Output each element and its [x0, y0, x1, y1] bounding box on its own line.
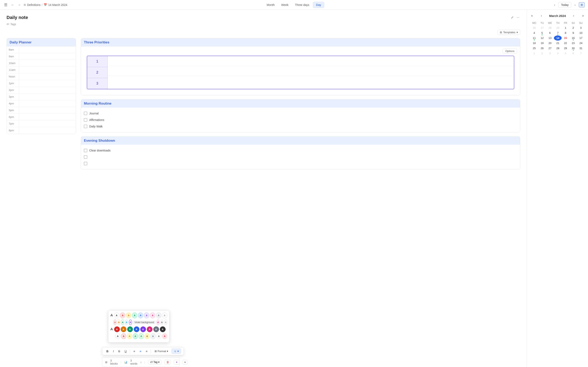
tab-three-days[interactable]: Three days [292, 2, 312, 8]
time-content[interactable] [19, 114, 76, 120]
bg-blue[interactable]: A [125, 319, 128, 325]
cal-day-cell[interactable]: 2 [570, 25, 577, 30]
cal-day-cell[interactable]: 24 [577, 41, 585, 46]
alt-light[interactable]: A [156, 333, 162, 339]
status-chevron-button[interactable]: ▾ [182, 360, 188, 365]
solid-red[interactable]: A [114, 326, 120, 332]
delete-button[interactable]: 🗑 [164, 360, 171, 365]
bold-button[interactable]: B [105, 349, 110, 354]
time-content[interactable] [19, 107, 76, 114]
cal-day-cell[interactable]: 3 [577, 25, 585, 30]
cal-day-cell[interactable]: 4 [530, 30, 538, 35]
cal-day-cell[interactable]: 19 [538, 41, 546, 46]
solid-gray[interactable]: A [153, 326, 159, 332]
time-content[interactable] [19, 73, 76, 80]
priority-input-3[interactable] [108, 76, 514, 86]
nav-next-button[interactable]: › [573, 2, 577, 7]
tab-month[interactable]: Month [264, 2, 277, 8]
solid-black[interactable]: A [160, 326, 165, 332]
cal-day-cell[interactable]: 11 [530, 35, 538, 41]
cal-day-cell[interactable]: 5 [538, 30, 546, 35]
more-options-button[interactable]: ··· [516, 15, 520, 20]
alt-gray[interactable]: A [150, 333, 156, 339]
cal-day-cell[interactable]: 23 [570, 41, 577, 46]
alt-green[interactable]: A [133, 333, 138, 339]
cal-day-cell[interactable]: 17 [577, 35, 585, 41]
cal-day-cell[interactable]: 18 [530, 41, 538, 46]
bg-gray[interactable]: A [160, 319, 163, 325]
forward-button[interactable]: → [16, 2, 22, 8]
bg-orange[interactable]: A [117, 319, 121, 325]
options-button[interactable]: Options [503, 49, 517, 54]
priority-input-1[interactable] [108, 56, 514, 66]
nav-prev-button[interactable]: ‹ [553, 2, 557, 7]
cal-day-cell[interactable]: 6 [546, 30, 554, 35]
cal-day-cell[interactable]: 7 [577, 51, 585, 56]
solid-orange[interactable]: A [121, 326, 126, 332]
cal-day-cell[interactable]: 1 [530, 51, 538, 56]
time-content[interactable] [19, 60, 76, 67]
color-none[interactable]: A [162, 313, 167, 318]
cal-day-cell[interactable]: 7 [554, 30, 562, 35]
cal-day-cell[interactable]: 26 [530, 25, 538, 30]
color-orange-light[interactable]: A [126, 313, 131, 318]
solid-green[interactable]: A [127, 326, 133, 332]
cal-day-cell[interactable]: 27 [546, 46, 554, 51]
cal-day-cell[interactable]: 2 [538, 51, 546, 56]
clear-downloads-checkbox[interactable] [84, 149, 87, 152]
menu-button[interactable]: ☰ [3, 2, 8, 8]
color-purple-light[interactable]: A [144, 313, 149, 318]
color-gray-light[interactable]: A [156, 313, 161, 318]
bg-green[interactable]: A [121, 319, 124, 325]
cal-day-cell[interactable]: 13 [546, 35, 554, 41]
layout-button[interactable]: ⊞ [579, 2, 585, 7]
italic-button[interactable]: I [111, 349, 115, 354]
alt-rose[interactable]: A [162, 333, 167, 339]
color-red-light[interactable]: A [120, 313, 125, 318]
color-default[interactable]: A [114, 313, 119, 318]
sparkle-button[interactable]: ✦ [174, 360, 180, 365]
time-content[interactable] [19, 47, 76, 53]
cal-day-cell[interactable]: 21 [554, 41, 562, 46]
evening-item3-checkbox[interactable] [84, 162, 87, 165]
time-content[interactable] [19, 127, 76, 134]
cal-day-cell[interactable]: 15 [562, 35, 570, 41]
tab-week[interactable]: Week [278, 2, 291, 8]
expand-button[interactable]: ⤢ [510, 15, 514, 20]
evening-item2-checkbox[interactable] [84, 155, 87, 159]
cal-day-cell[interactable]: 26 [538, 46, 546, 51]
mini-cal-next-next[interactable]: » [581, 13, 585, 18]
mini-cal-prev-prev[interactable]: « [530, 13, 534, 18]
templates-button[interactable]: ⊞ Templates ▾ [498, 30, 520, 35]
tags-row[interactable]: 🏷 Tags [7, 23, 520, 26]
time-content[interactable] [19, 94, 76, 100]
cal-day-cell[interactable]: 12 [538, 35, 546, 41]
time-content[interactable] [19, 67, 76, 73]
mini-cal-next[interactable]: › [572, 13, 575, 18]
tab-day[interactable]: Day [313, 2, 324, 8]
cal-day-cell[interactable]: 25 [530, 46, 538, 51]
cal-day-cell[interactable]: 8 [562, 30, 570, 35]
time-content[interactable] [19, 120, 76, 127]
cal-day-cell[interactable]: 4 [554, 51, 562, 56]
cal-day-cell[interactable]: 10 [577, 30, 585, 35]
today-button[interactable]: Today [558, 2, 571, 8]
cal-day-cell[interactable]: 14 [554, 35, 562, 41]
tag-button[interactable]: 🏷 Tag ▾ [148, 360, 162, 364]
daily-walk-checkbox[interactable] [84, 125, 87, 128]
color-green-light[interactable]: A [132, 313, 137, 318]
alt-red[interactable]: A [121, 333, 126, 339]
cal-day-cell[interactable]: 29 [554, 25, 562, 30]
align-center-button[interactable]: ≡ [138, 349, 143, 354]
alt-white[interactable]: A [115, 333, 120, 339]
cal-day-cell[interactable]: 9 [570, 30, 577, 35]
cal-day-cell[interactable]: 6 [570, 51, 577, 56]
format-dropdown-button[interactable]: ⊞ Format ▾ [153, 349, 170, 354]
cal-day-cell[interactable]: 27 [538, 25, 546, 30]
bg-red[interactable]: A [113, 319, 117, 325]
bg-violet[interactable]: A [129, 319, 132, 325]
bg-pink[interactable]: A [156, 319, 160, 325]
alt-yellow[interactable]: A [127, 333, 132, 339]
solid-purple[interactable]: A [140, 326, 146, 332]
color-blue-light[interactable]: A [138, 313, 143, 318]
